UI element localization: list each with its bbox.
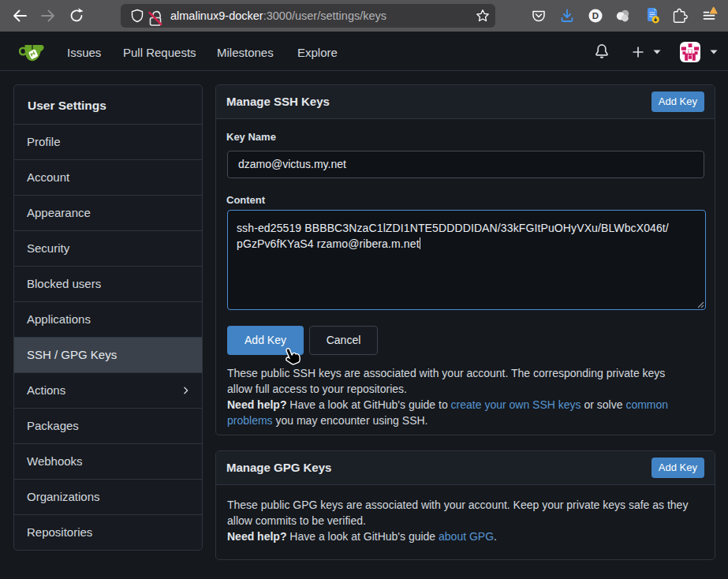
svg-text:D: D xyxy=(592,11,599,21)
